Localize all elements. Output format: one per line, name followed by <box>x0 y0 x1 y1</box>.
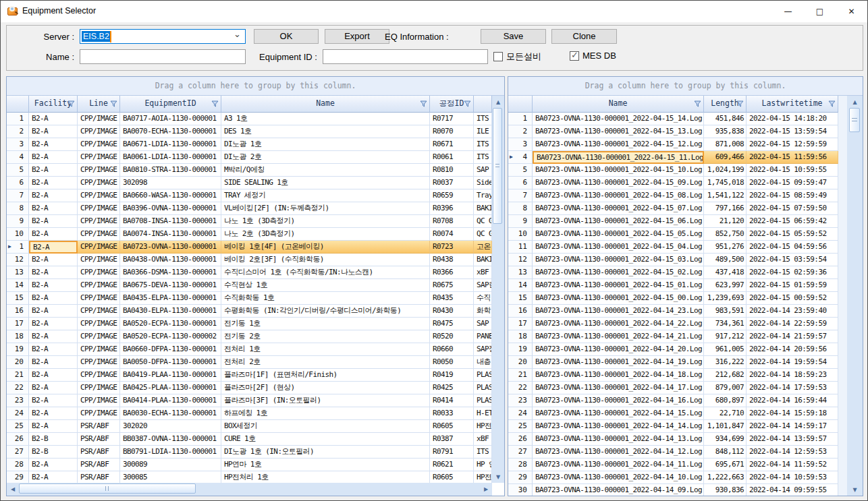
scroll-down-button[interactable]: ▼ <box>847 485 863 494</box>
cell[interactable]: Tray <box>474 189 492 202</box>
cell[interactable]: CPP/IMAGE <box>78 394 120 407</box>
cell[interactable]: R0438 <box>430 254 474 266</box>
cell[interactable]: BA0070-ECHA-1130-000001 <box>120 125 221 138</box>
cell[interactable]: B2-A <box>29 305 78 318</box>
cell[interactable]: 2022-04-14 23:59:40 <box>747 305 838 318</box>
cell[interactable]: 2022-04-15 14:18:20 <box>747 113 838 125</box>
cell[interactable]: 300089 <box>120 459 221 471</box>
cell[interactable]: BA0723-OVNA-1130-000001_2022-04-14_09.Lo… <box>533 484 704 496</box>
table-row[interactable]: 8B2-ACPP/IMAGEBA0396-OVNA-1130-000001VL베… <box>7 202 492 215</box>
table-row[interactable]: 27B2-BPSR/ABFBB0791-LDIA-1130-000001DI노광… <box>7 446 492 459</box>
cell[interactable]: 화학 <box>474 305 492 318</box>
cell[interactable]: BA0723-OVNA-1130-000001_2022-04-14_14.Lo… <box>533 420 704 433</box>
table-row[interactable]: 5BA0723-OVNA-1130-000001_2022-04-15_10.L… <box>508 164 838 177</box>
cell[interactable]: BA0520-ECPA-1130-000001 <box>120 318 221 330</box>
cell[interactable]: BA0723-OVNA-1130-000001_2022-04-14_23.Lo… <box>533 305 704 318</box>
cell[interactable]: CPP/IMAGE <box>78 215 120 228</box>
cell[interactable]: BA0723-OVNA-1130-000001_2022-04-14_21.Lo… <box>533 330 704 343</box>
column-header-blank[interactable] <box>474 96 492 113</box>
save-button[interactable]: Save <box>481 29 546 44</box>
table-row[interactable]: 12B2-ACPP/IMAGEBA0438-OVNA-1130-000001베이… <box>7 254 492 266</box>
table-row[interactable]: 3BA0723-OVNA-1130-000001_2022-04-15_12.L… <box>508 138 838 151</box>
cell[interactable]: 437,418 <box>704 266 747 279</box>
cell[interactable]: xBF <box>474 433 492 446</box>
cell[interactable]: 961,005 <box>704 343 747 356</box>
cell[interactable]: BA0723-OVNA-1130-000001_2022-04-15_12.Lo… <box>533 138 704 151</box>
filter-icon[interactable] <box>464 100 471 107</box>
cell[interactable]: B2-B <box>29 446 78 459</box>
scrollbar-thumb[interactable] <box>19 483 196 494</box>
cell[interactable]: HP전처리 1호 <box>221 471 430 483</box>
cell[interactable]: BA0723-OVNA-1130-000001_2022-04-14_12.Lo… <box>533 446 704 459</box>
cell[interactable]: 전기동 2호 <box>221 330 430 343</box>
table-row[interactable]: 20B2-ACPP/IMAGEBA0050-DFPA-1130-000001전처… <box>7 356 492 369</box>
cell[interactable]: R0791 <box>430 446 474 459</box>
cell[interactable]: PLAS <box>474 382 492 394</box>
table-row[interactable]: 26B2-BPSR/ABFBB0387-OVNA-1130-000001CURE… <box>7 433 492 446</box>
row-indicator[interactable]: 13 <box>508 266 533 279</box>
cell[interactable]: R0675 <box>430 279 474 292</box>
cell[interactable]: BA0723-OVNA-1130-000001_2022-04-15_02.Lo… <box>533 266 704 279</box>
cell[interactable]: 1,541,122 <box>704 189 747 202</box>
cell[interactable]: B2-B <box>29 433 78 446</box>
cell[interactable]: 2022-04-14 12:59:53 <box>747 446 838 459</box>
cell[interactable]: 1,024,199 <box>704 164 747 177</box>
cell[interactable]: 2022-04-15 08:59:49 <box>747 189 838 202</box>
cell[interactable]: 베이킹 2호[3F] (수직화학동) <box>221 254 430 266</box>
row-indicator[interactable]: 2 <box>508 125 533 138</box>
cell[interactable]: 695,671 <box>704 459 747 471</box>
table-row[interactable]: 21B2-ACPP/IMAGEBA0419-PLAA-1130-000001플라… <box>7 369 492 382</box>
cell[interactable]: 852,750 <box>704 228 747 241</box>
cell[interactable]: BA0723-OVNA-1130-000001 <box>120 241 221 254</box>
row-indicator[interactable]: 25 <box>7 420 29 433</box>
mes-db-checkbox[interactable]: ✓ MES DB <box>570 51 616 61</box>
table-row[interactable]: 22BA0723-OVNA-1130-000001_2022-04-14_17.… <box>508 382 838 394</box>
cell[interactable]: 수직디스미어 1호 (수직화학동/IN:나노스캔) <box>221 266 430 279</box>
cell[interactable]: BA0723-OVNA-1130-000001_2022-04-15_10.Lo… <box>533 164 704 177</box>
table-row[interactable]: 7BA0723-OVNA-1130-000001_2022-04-15_08.L… <box>508 189 838 202</box>
cell[interactable]: CPP/IMAGE <box>78 164 120 177</box>
cell[interactable]: BA0419-PLAA-1130-000001 <box>120 369 221 382</box>
cell[interactable]: R0037 <box>430 177 474 189</box>
table-row[interactable]: 4B2-ACPP/IMAGEBA0061-LDIA-1130-000001DI노… <box>7 151 492 164</box>
cell[interactable]: SAP <box>474 164 492 177</box>
table-row[interactable]: 9B2-ACPP/IMAGEBA0708-INSA-1130-000001나노 … <box>7 215 492 228</box>
cell[interactable]: CPP/IMAGE <box>78 318 120 330</box>
cell[interactable]: B2-A <box>29 113 78 125</box>
horizontal-scrollbar[interactable]: ◀ ▶ <box>7 483 492 496</box>
row-indicator[interactable]: 10 <box>508 228 533 241</box>
cell[interactable]: BA0723-OVNA-1130-000001_2022-04-14_22.Lo… <box>533 318 704 330</box>
cell[interactable]: 1,745,018 <box>704 177 747 189</box>
row-indicator[interactable]: 15 <box>7 292 29 305</box>
cell[interactable]: R0475 <box>430 318 474 330</box>
cell[interactable]: ITS <box>474 446 492 459</box>
cell[interactable]: CURE 1호 <box>221 433 430 446</box>
cell[interactable]: R0621 <box>430 459 474 471</box>
cell[interactable]: B2-A <box>29 189 78 202</box>
cell[interactable]: CPP/IMAGE <box>78 343 120 356</box>
cell[interactable]: R0717 <box>430 113 474 125</box>
cell[interactable]: 베이킹 1호[4F] (고온베이킹) <box>221 241 430 254</box>
cell[interactable]: 22,710 <box>704 407 747 420</box>
cell[interactable]: CPP/IMAGE <box>78 189 120 202</box>
cell[interactable]: PSR/ABF <box>78 446 120 459</box>
cell[interactable]: 2022-04-14 09:59:55 <box>747 484 838 496</box>
cell[interactable]: BA0723-OVNA-1130-000001_2022-04-15_13.Lo… <box>533 125 704 138</box>
cell[interactable]: 302098 <box>120 177 221 189</box>
cell[interactable]: R0050 <box>430 356 474 369</box>
cell[interactable]: R0520 <box>430 330 474 343</box>
cell[interactable]: DES 1호 <box>221 125 430 138</box>
ok-button[interactable]: OK <box>254 29 319 44</box>
cell[interactable]: M박리/Q에칭 <box>221 164 430 177</box>
table-row[interactable]: 23B2-ACPP/IMAGEBA0414-PLAA-1130-000001플라… <box>7 394 492 407</box>
cell[interactable]: BA0723-OVNA-1130-000001_2022-04-14_13.Lo… <box>533 433 704 446</box>
table-row[interactable]: 11BA0723-OVNA-1130-000001_2022-04-15_04.… <box>508 241 838 254</box>
cell[interactable]: BA0723-OVNA-1130-000001_2022-04-14_11.Lo… <box>533 459 704 471</box>
row-indicator[interactable]: 6 <box>7 177 29 189</box>
cell[interactable]: R0425 <box>430 382 474 394</box>
cell[interactable]: 2022-04-15 12:59:59 <box>747 138 838 151</box>
cell[interactable]: 내층 <box>474 356 492 369</box>
table-row[interactable]: 27BA0723-OVNA-1130-000001_2022-04-14_12.… <box>508 446 838 459</box>
row-indicator[interactable]: 12 <box>7 254 29 266</box>
cell[interactable]: CPP/IMAGE <box>78 138 120 151</box>
